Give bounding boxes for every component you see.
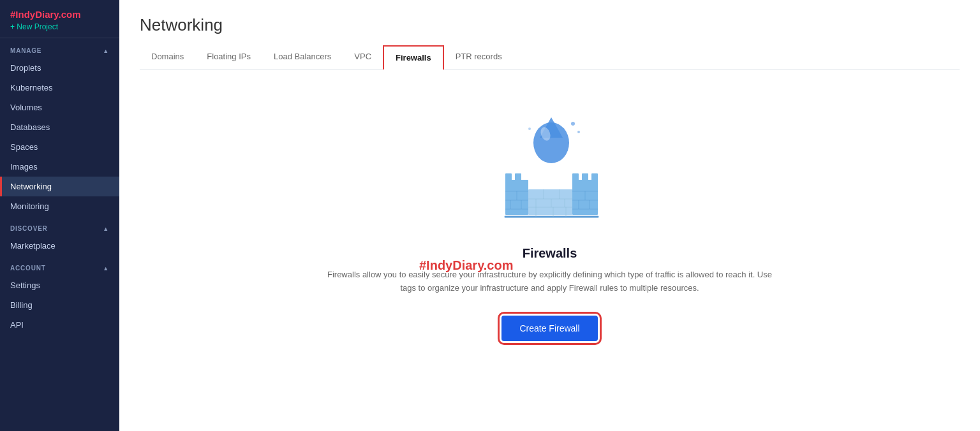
sidebar: #IndyDiary.com + New Project MANAGE ▲ Dr… xyxy=(0,0,119,431)
tab-load-balancers[interactable]: Load Balancers xyxy=(262,45,343,70)
tab-domains[interactable]: Domains xyxy=(140,45,195,70)
svg-rect-13 xyxy=(591,173,598,182)
account-chevron-icon: ▲ xyxy=(103,265,109,272)
tabs-bar: Domains Floating IPs Load Balancers VPC … xyxy=(140,45,960,70)
create-firewall-button[interactable]: Create Firewall xyxy=(501,316,597,341)
firewall-svg xyxy=(486,91,614,231)
svg-rect-8 xyxy=(505,173,512,182)
sidebar-logo: #IndyDiary.com + New Project xyxy=(0,0,119,38)
sidebar-item-settings[interactable]: Settings xyxy=(0,275,119,295)
discover-section-label: DISCOVER ▲ xyxy=(0,216,119,236)
svg-rect-12 xyxy=(582,173,588,182)
svg-point-5 xyxy=(528,128,531,130)
firewalls-content: #IndyDiary.com xyxy=(119,70,980,431)
tab-firewalls[interactable]: Firewalls xyxy=(383,45,444,70)
tab-ptr-records[interactable]: PTR records xyxy=(444,45,514,70)
tab-floating-ips[interactable]: Floating IPs xyxy=(195,45,262,70)
firewalls-description: Firewalls allow you to easily secure you… xyxy=(320,268,780,295)
sidebar-item-api[interactable]: API xyxy=(0,315,119,335)
discover-chevron-icon: ▲ xyxy=(103,226,109,232)
page-header: Networking Domains Floating IPs Load Bal… xyxy=(119,0,980,70)
svg-point-4 xyxy=(577,131,580,133)
sidebar-item-billing[interactable]: Billing xyxy=(0,295,119,315)
page-title: Networking xyxy=(140,15,960,35)
sidebar-item-droplets[interactable]: Droplets xyxy=(0,58,119,78)
sidebar-item-monitoring[interactable]: Monitoring xyxy=(0,196,119,216)
sidebar-item-volumes[interactable]: Volumes xyxy=(0,98,119,117)
tab-vpc[interactable]: VPC xyxy=(343,45,383,70)
manage-chevron-icon: ▲ xyxy=(103,48,109,54)
sidebar-item-spaces[interactable]: Spaces xyxy=(0,137,119,157)
sidebar-item-databases[interactable]: Databases xyxy=(0,117,119,137)
svg-rect-9 xyxy=(515,173,521,182)
svg-rect-11 xyxy=(572,173,579,182)
manage-section-label: MANAGE ▲ xyxy=(0,38,119,58)
account-section-label: ACCOUNT ▲ xyxy=(0,256,119,275)
new-project-button[interactable]: + New Project xyxy=(10,22,109,31)
svg-point-3 xyxy=(571,122,575,126)
sidebar-item-images[interactable]: Images xyxy=(0,157,119,177)
sidebar-item-kubernetes[interactable]: Kubernetes xyxy=(0,78,119,98)
sidebar-item-marketplace[interactable]: Marketplace xyxy=(0,236,119,256)
firewall-illustration xyxy=(486,91,614,231)
firewalls-section-title: Firewalls xyxy=(523,246,577,261)
sidebar-item-networking[interactable]: Networking xyxy=(0,177,119,196)
main-content: Networking Domains Floating IPs Load Bal… xyxy=(119,0,980,431)
logo-text: #IndyDiary.com xyxy=(10,9,109,20)
